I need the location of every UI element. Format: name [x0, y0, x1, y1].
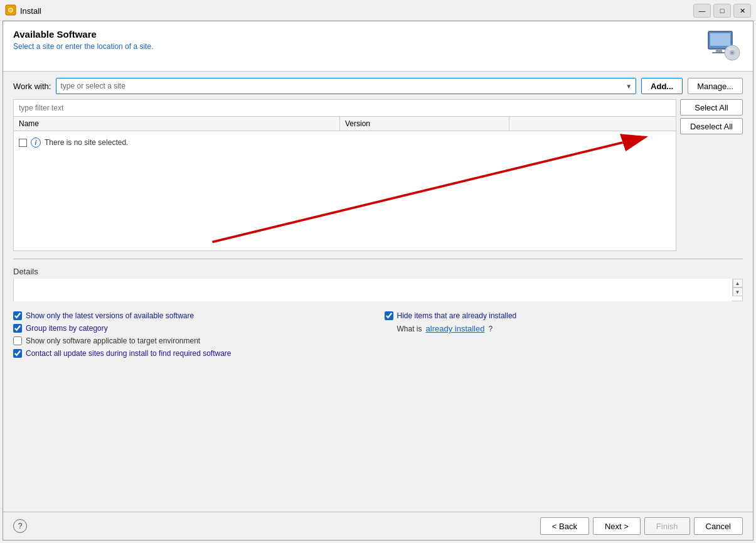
title-bar: ⚙ Install — □ ✕: [0, 0, 756, 21]
show-latest-checkbox[interactable]: [13, 311, 22, 320]
details-section: Details ▲ ▼: [13, 267, 743, 301]
svg-rect-5: [712, 52, 726, 53]
contact-sites-checkbox[interactable]: [13, 349, 22, 358]
checkboxes-section: Show only the latest versions of availab…: [13, 311, 743, 358]
work-with-row: Work with: type or select a site ▼ Add..…: [13, 78, 743, 94]
deselect-all-button[interactable]: Deselect All: [680, 118, 743, 134]
manage-button[interactable]: Manage...: [688, 78, 743, 94]
details-textarea[interactable]: [14, 279, 732, 301]
no-site-row: i There is no site selected.: [19, 137, 671, 148]
hide-installed-checkbox[interactable]: [385, 311, 393, 320]
header-text: Available Software Select a site or ente…: [13, 29, 705, 51]
details-scrollbar: ▲ ▼: [732, 279, 742, 296]
show-applicable-row: Show only software applicable to target …: [13, 336, 372, 345]
table-header: Name Version: [14, 117, 676, 131]
footer: ? < Back Next > Finish Cancel: [3, 512, 753, 540]
red-arrow-annotation: [14, 131, 676, 250]
show-applicable-checkbox[interactable]: [13, 336, 22, 345]
scroll-down-arrow[interactable]: ▼: [733, 288, 743, 296]
info-icon: i: [31, 137, 41, 148]
dropdown-arrow-icon: ▼: [626, 83, 632, 90]
already-installed-link[interactable]: already installed: [426, 324, 485, 333]
next-button[interactable]: Next >: [593, 517, 641, 535]
svg-line-10: [213, 142, 623, 242]
filter-row: [14, 100, 676, 117]
no-site-text: There is no site selected.: [45, 138, 128, 147]
header-title: Available Software: [13, 29, 705, 40]
checkboxes-right: Hide items that are already installed Wh…: [385, 311, 743, 358]
body-section: Work with: type or select a site ▼ Add..…: [3, 72, 753, 512]
close-button[interactable]: ✕: [733, 4, 751, 18]
col-version-header: Version: [340, 117, 509, 131]
add-button[interactable]: Add...: [641, 78, 683, 94]
hide-installed-label: Hide items that are already installed: [397, 311, 517, 320]
details-title: Details: [13, 267, 743, 276]
maximize-button[interactable]: □: [713, 4, 731, 18]
side-buttons: Select All Deselect All: [680, 99, 743, 251]
finish-button[interactable]: Finish: [644, 517, 690, 535]
site-dropdown[interactable]: type or select a site ▼: [56, 78, 636, 94]
col-extra-header: [509, 117, 676, 131]
hide-installed-row: Hide items that are already installed: [385, 311, 743, 320]
software-table: Name Version i There is no site selected…: [13, 99, 676, 251]
svg-rect-3: [710, 33, 730, 46]
no-site-checkbox[interactable]: [19, 139, 27, 147]
minimize-button[interactable]: —: [693, 4, 711, 18]
scroll-up-arrow[interactable]: ▲: [733, 279, 743, 288]
window-title: Install: [20, 6, 693, 16]
details-box-inner: ▲ ▼: [14, 279, 742, 301]
question-mark: ?: [488, 325, 492, 333]
table-body: i There is no site selected.: [14, 131, 676, 250]
what-is-installed-row: What is already installed ?: [385, 324, 743, 333]
contact-sites-label: Contact all update sites during install …: [26, 349, 232, 358]
svg-point-8: [732, 51, 733, 53]
site-dropdown-value: type or select a site: [60, 82, 125, 90]
header-section: Available Software Select a site or ente…: [3, 21, 753, 72]
separator-1: [13, 259, 743, 259]
contact-sites-row: Contact all update sites during install …: [13, 349, 372, 358]
svg-text:⚙: ⚙: [8, 6, 14, 14]
svg-rect-4: [716, 49, 722, 52]
show-latest-row: Show only the latest versions of availab…: [13, 311, 372, 320]
what-is-text: What is: [397, 325, 422, 333]
checkboxes-left: Show only the latest versions of availab…: [13, 311, 372, 358]
select-all-button[interactable]: Select All: [680, 99, 743, 116]
details-box: ▲ ▼: [13, 279, 743, 301]
header-subtitle: Select a site or enter the location of a…: [13, 42, 705, 51]
filter-input[interactable]: [14, 100, 676, 116]
group-by-category-checkbox[interactable]: [13, 324, 22, 333]
window-controls: — □ ✕: [693, 4, 751, 18]
group-by-category-label: Group items by category: [26, 324, 108, 333]
cancel-button[interactable]: Cancel: [694, 517, 743, 535]
group-by-category-row: Group items by category: [13, 324, 372, 333]
work-with-label: Work with:: [13, 82, 51, 91]
help-button[interactable]: ?: [13, 519, 27, 533]
col-name-header: Name: [14, 117, 340, 131]
back-button[interactable]: < Back: [540, 517, 589, 535]
show-latest-label: Show only the latest versions of availab…: [26, 311, 194, 320]
main-window: Available Software Select a site or ente…: [3, 21, 753, 540]
table-area-container: Name Version i There is no site selected…: [13, 99, 743, 251]
window-icon: ⚙: [5, 4, 16, 18]
show-applicable-label: Show only software applicable to target …: [26, 336, 200, 345]
header-icon: [705, 29, 743, 63]
